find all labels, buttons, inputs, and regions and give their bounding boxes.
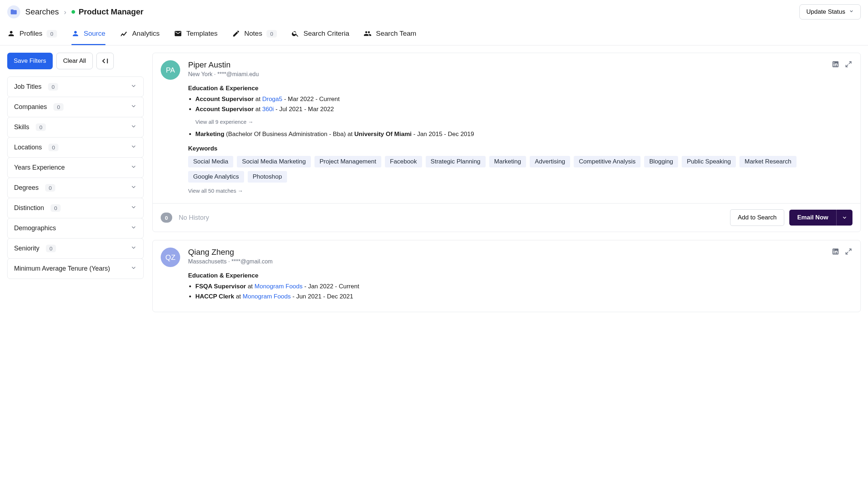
keyword-tag[interactable]: Blogging <box>644 156 678 167</box>
chevron-down-icon <box>130 143 137 152</box>
profile-subtitle: New York · ****@miami.edu <box>188 71 259 78</box>
filter-count: 0 <box>46 245 56 252</box>
filter-distinction[interactable]: Distinction 0 <box>8 198 143 218</box>
keyword-tag[interactable]: Strategic Planning <box>426 156 486 167</box>
filter-seniority[interactable]: Seniority 0 <box>8 239 143 258</box>
avatar: PA <box>161 60 180 80</box>
keyword-tag[interactable]: Social Media Marketing <box>237 156 311 167</box>
tab-nav: Profiles 0 Source Analytics Templates No… <box>0 24 868 45</box>
tab-count: 0 <box>266 30 277 38</box>
filter-companies[interactable]: Companies 0 <box>8 97 143 117</box>
company-link[interactable]: Monogram Foods <box>243 293 291 300</box>
filter-label: Distinction <box>14 204 44 212</box>
keyword-tag[interactable]: Social Media <box>188 156 233 167</box>
tab-profiles[interactable]: Profiles 0 <box>7 24 57 45</box>
filter-label: Locations <box>14 144 42 151</box>
keyword-tag[interactable]: Facebook <box>385 156 422 167</box>
update-status-button[interactable]: Update Status <box>799 4 861 19</box>
history-count: 0 <box>161 213 172 223</box>
tab-source[interactable]: Source <box>71 24 105 45</box>
keyword-tag[interactable]: Marketing <box>489 156 526 167</box>
tab-count: 0 <box>47 30 57 38</box>
filter-label: Seniority <box>14 245 39 252</box>
filter-count: 0 <box>48 144 58 151</box>
chevron-down-icon <box>849 8 854 16</box>
chevron-down-icon <box>130 83 137 91</box>
chevron-down-icon <box>130 244 137 253</box>
expand-icon[interactable] <box>845 60 852 68</box>
keyword-tag[interactable]: Advertising <box>530 156 570 167</box>
company-link[interactable]: Monogram Foods <box>255 283 303 290</box>
filter-count: 0 <box>45 184 55 192</box>
filter-label: Degrees <box>14 184 39 192</box>
filter-sidebar: Save Filters Clear All Job Titles 0 Comp… <box>7 53 144 320</box>
keyword-tag[interactable]: Project Management <box>314 156 381 167</box>
clear-all-button[interactable]: Clear All <box>56 53 93 69</box>
filter-locations[interactable]: Locations 0 <box>8 137 143 157</box>
keyword-tag[interactable]: Google Analytics <box>188 171 244 183</box>
pencil-icon <box>232 30 240 38</box>
person-add-icon <box>71 30 79 38</box>
filter-job-titles[interactable]: Job Titles 0 <box>8 77 143 97</box>
filter-label: Demographics <box>14 224 56 232</box>
keyword-tag[interactable]: Public Speaking <box>682 156 736 167</box>
tab-label: Templates <box>186 30 218 38</box>
collapse-sidebar-button[interactable] <box>96 53 114 69</box>
filter-count: 0 <box>53 103 64 111</box>
view-all-matches-link[interactable]: View all 50 matches → <box>188 188 243 194</box>
linkedin-icon[interactable] <box>832 60 839 68</box>
results-column: PA Piper Austin New York · ****@miami.ed… <box>152 53 861 320</box>
profile-name[interactable]: Qiang Zheng <box>188 248 273 257</box>
save-filters-button[interactable]: Save Filters <box>7 53 53 69</box>
breadcrumb-root[interactable]: Searches <box>25 7 59 17</box>
email-now-dropdown[interactable] <box>836 210 852 226</box>
filter-minimum-average-tenure-years-[interactable]: Minimum Average Tenure (Years) <box>8 259 143 279</box>
tab-label: Search Team <box>376 30 416 38</box>
analytics-icon <box>120 30 128 38</box>
add-to-search-button[interactable]: Add to Search <box>730 209 784 226</box>
profile-name[interactable]: Piper Austin <box>188 60 259 70</box>
chevron-down-icon <box>130 204 137 212</box>
tab-notes[interactable]: Notes 0 <box>232 24 277 45</box>
chevron-down-icon <box>130 103 137 111</box>
section-title-keywords: Keywords <box>188 145 852 152</box>
person-icon <box>7 30 15 38</box>
collapse-left-icon <box>101 57 109 65</box>
tab-analytics[interactable]: Analytics <box>120 24 160 45</box>
breadcrumb-leaf: Product Manager <box>71 7 144 17</box>
filter-skills[interactable]: Skills 0 <box>8 117 143 137</box>
company-link[interactable]: Droga5 <box>262 96 282 102</box>
filter-label: Job Titles <box>14 83 42 91</box>
keyword-tag[interactable]: Photoshop <box>248 171 287 183</box>
email-now-button[interactable]: Email Now <box>789 210 836 226</box>
chevron-right-icon: › <box>64 8 66 16</box>
experience-item: Account Supervisor at 360i - Jul 2021 - … <box>195 106 852 113</box>
filter-label: Companies <box>14 103 47 111</box>
filter-degrees[interactable]: Degrees 0 <box>8 178 143 198</box>
tab-search-team[interactable]: Search Team <box>364 24 416 45</box>
chevron-down-icon <box>130 184 137 192</box>
card-footer: 0 No History Add to Search Email Now <box>153 203 860 232</box>
tab-search-criteria[interactable]: Search Criteria <box>291 24 350 45</box>
filter-years-experience[interactable]: Years Experience <box>8 158 143 178</box>
folder-icon <box>7 5 20 18</box>
section-title-experience: Education & Experience <box>188 85 852 92</box>
linkedin-icon[interactable] <box>832 248 839 255</box>
filter-demographics[interactable]: Demographics <box>8 218 143 238</box>
tab-label: Notes <box>244 30 262 38</box>
keyword-tag[interactable]: Competitive Analysis <box>574 156 641 167</box>
filter-label: Minimum Average Tenure (Years) <box>14 265 110 272</box>
tab-label: Source <box>84 30 105 38</box>
company-link[interactable]: 360i <box>262 106 274 113</box>
tab-label: Search Criteria <box>304 30 350 38</box>
keyword-tag[interactable]: Market Research <box>739 156 796 167</box>
expand-icon[interactable] <box>845 248 852 255</box>
chevron-down-icon <box>130 163 137 172</box>
filter-label: Skills <box>14 123 29 131</box>
tab-templates[interactable]: Templates <box>174 24 218 45</box>
view-all-experience-link[interactable]: View all 9 experience → <box>195 119 253 125</box>
filter-count: 0 <box>36 123 46 131</box>
tab-label: Profiles <box>19 30 42 38</box>
filter-label: Years Experience <box>14 164 65 171</box>
chevron-down-icon <box>130 265 137 273</box>
